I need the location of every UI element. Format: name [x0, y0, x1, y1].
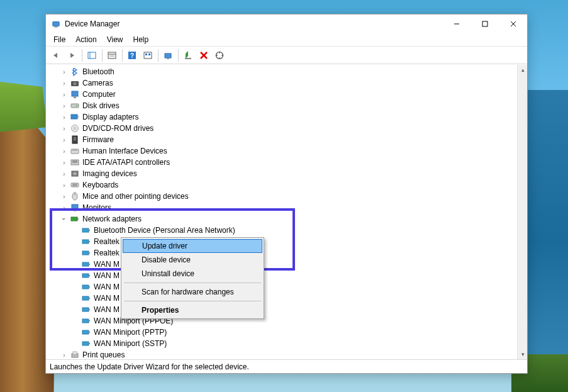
tree-label[interactable]: Realtek [94, 249, 120, 257]
tree-label[interactable]: WAN M [94, 260, 120, 269]
enable-device-icon[interactable] [181, 48, 196, 62]
chevron-right-icon[interactable]: › [60, 124, 69, 133]
network-adapter-icon [81, 339, 91, 349]
chevron-right-icon[interactable]: › [60, 101, 69, 110]
svg-rect-6 [88, 52, 96, 59]
show-hide-icon[interactable] [84, 48, 99, 62]
svg-rect-15 [145, 53, 147, 55]
network-adapter-icon [81, 316, 91, 326]
svg-rect-52 [82, 228, 89, 232]
firmware-icon [70, 135, 80, 145]
svg-rect-55 [89, 241, 90, 242]
menu-help[interactable]: Help [128, 34, 154, 45]
svg-rect-68 [82, 319, 89, 323]
tree-label: Cameras [82, 79, 113, 87]
tree-label[interactable]: Realtek [94, 237, 120, 246]
tree-label[interactable]: WAN M [94, 305, 120, 314]
menu-file[interactable]: File [48, 34, 70, 45]
chevron-right-icon[interactable]: › [60, 79, 69, 87]
chevron-right-icon[interactable]: › [60, 135, 69, 144]
titlebar[interactable]: Device Manager [46, 14, 527, 33]
scroll-up-icon[interactable]: ▴ [518, 65, 527, 75]
chevron-right-icon[interactable]: › [60, 113, 69, 121]
svg-rect-26 [74, 97, 76, 98]
ctx-disable-device[interactable]: Disable device [123, 253, 262, 267]
tree-label[interactable]: Bluetooth Device (Personal Area Network) [94, 226, 235, 235]
tree-label: Disk drives [82, 101, 120, 110]
update-driver-icon[interactable] [160, 48, 175, 62]
ctx-properties[interactable]: Properties [123, 303, 262, 317]
scan-hardware-icon[interactable] [212, 48, 227, 62]
chevron-right-icon[interactable]: › [60, 158, 69, 167]
action-icon[interactable] [140, 48, 155, 62]
network-adapter-icon [81, 293, 91, 303]
chevron-right-icon[interactable]: › [60, 350, 69, 359]
chevron-down-icon[interactable]: › [60, 215, 69, 223]
tree-label: Display adapters [82, 113, 138, 121]
svg-rect-25 [72, 91, 78, 96]
bluetooth-icon [70, 67, 80, 77]
chevron-right-icon[interactable]: › [60, 192, 69, 201]
svg-rect-66 [82, 308, 89, 311]
svg-rect-19 [185, 58, 191, 59]
back-button[interactable] [48, 48, 64, 62]
chevron-right-icon[interactable]: › [60, 90, 69, 99]
chevron-right-icon[interactable]: › [60, 203, 69, 212]
svg-point-42 [74, 172, 76, 175]
network-adapter-icon [81, 305, 91, 315]
device-manager-window: Device Manager File Action View Help ? [45, 14, 528, 374]
tree-label: Human Interface Devices [82, 147, 167, 155]
chevron-right-icon[interactable]: › [60, 147, 69, 155]
ctx-update-driver[interactable]: Update driver [123, 239, 262, 253]
help-icon[interactable]: ? [125, 48, 140, 62]
svg-rect-49 [74, 210, 76, 211]
minimize-button[interactable] [442, 14, 471, 33]
svg-text:?: ? [130, 52, 134, 59]
tree-label[interactable]: WAN M [94, 283, 120, 291]
ctx-scan-hardware[interactable]: Scan for hardware changes [123, 285, 262, 299]
tree-label[interactable]: WAN Miniport (PPTP) [94, 328, 167, 337]
menu-action[interactable]: Action [70, 34, 101, 45]
svg-rect-18 [167, 59, 169, 59]
svg-rect-60 [82, 274, 89, 277]
context-menu: Update driver Disable device Uninstall d… [121, 237, 264, 319]
tree-label[interactable]: WAN M [94, 271, 120, 280]
maximize-button[interactable] [471, 14, 499, 33]
properties-icon[interactable] [104, 48, 120, 62]
network-adapter-icon [81, 225, 91, 235]
camera-icon [70, 78, 80, 88]
svg-rect-64 [82, 296, 89, 300]
uninstall-icon[interactable] [196, 48, 211, 62]
svg-point-24 [74, 82, 77, 86]
scrollbar[interactable]: ▴ ▾ [517, 65, 527, 359]
svg-rect-70 [82, 330, 89, 334]
scroll-down-icon[interactable]: ▾ [518, 349, 527, 359]
forward-button[interactable] [64, 48, 79, 62]
ctx-uninstall-device[interactable]: Uninstall device [123, 267, 262, 281]
printer-icon [70, 350, 80, 359]
chevron-right-icon[interactable]: › [60, 181, 69, 189]
network-adapter-icon [81, 271, 91, 281]
svg-rect-43 [71, 183, 79, 187]
network-icon [70, 214, 80, 224]
tree-label[interactable]: WAN M [94, 294, 120, 303]
device-tree[interactable]: ›Bluetooth ›Cameras ›Computer ›Disk driv… [46, 65, 517, 359]
status-text: Launches the Update Driver Wizard for th… [50, 362, 249, 371]
tree-label[interactable]: WAN Miniport (SSTP) [94, 339, 167, 348]
network-adapter-icon [81, 282, 91, 292]
svg-rect-54 [82, 240, 89, 244]
svg-rect-65 [89, 298, 90, 299]
network-adapter-icon [81, 327, 91, 337]
svg-rect-63 [89, 286, 90, 288]
window-title: Device Manager [65, 20, 120, 28]
chevron-right-icon[interactable]: › [60, 169, 69, 178]
chevron-right-icon[interactable]: › [60, 67, 69, 76]
tree-label: Computer [82, 90, 116, 99]
close-button[interactable] [499, 14, 527, 33]
menu-view[interactable]: View [102, 34, 128, 45]
ctx-separator [124, 301, 261, 301]
svg-rect-72 [82, 342, 89, 345]
svg-rect-29 [71, 115, 77, 119]
tree-label: Firmware [82, 135, 114, 144]
svg-rect-62 [82, 285, 89, 289]
